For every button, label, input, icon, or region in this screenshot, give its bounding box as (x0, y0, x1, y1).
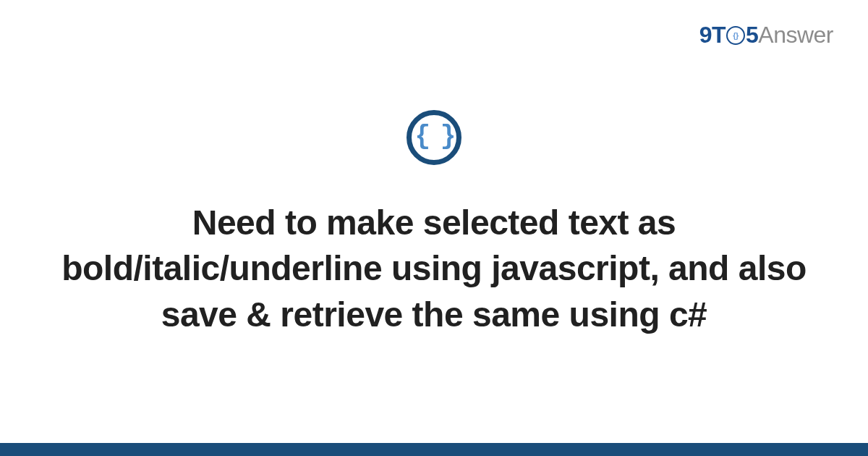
logo-nine: 9 (699, 22, 712, 48)
logo-braces-icon: {} (733, 31, 739, 40)
logo-five: 5 (746, 22, 758, 48)
code-braces-icon: { } (415, 124, 454, 150)
question-title: Need to make selected text as bold/itali… (51, 200, 817, 337)
circle-ring-icon: { } (407, 110, 461, 165)
logo-o-icon: {} (726, 26, 745, 45)
logo-answer: Answer (758, 22, 833, 48)
site-logo: 9T{}5Answer (699, 22, 833, 48)
category-icon: { } (407, 110, 461, 165)
footer-bar (0, 443, 868, 456)
logo-t: T (712, 22, 726, 48)
